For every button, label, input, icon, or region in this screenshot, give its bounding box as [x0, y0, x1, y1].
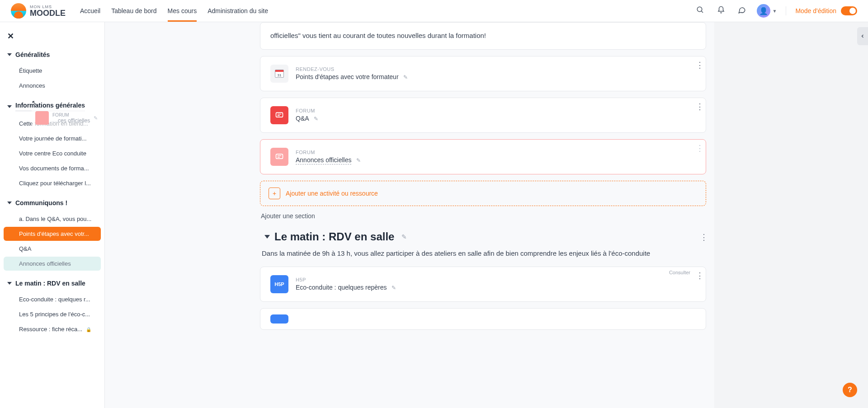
chevron-down-icon — [7, 105, 12, 108]
nav-home[interactable]: Accueil — [80, 0, 100, 22]
activity-card-h5p[interactable]: H5P H5P Eco-conduite : quelques repères … — [260, 267, 706, 302]
activity-name[interactable]: Points d'étapes avec votre formateur — [296, 73, 399, 80]
sidebar-section-generalites: Généralités Étiquette Annonces — [0, 45, 104, 95]
close-sidebar-button[interactable]: ✕ — [0, 28, 104, 45]
logo-icon — [11, 3, 26, 19]
chevron-down-icon — [7, 282, 12, 285]
add-activity-label: Ajouter une activité ou ressource — [286, 190, 378, 197]
sidebar-section-communiquons: Communiquons ! a. Dans le Q&A, vous pou.… — [0, 193, 104, 273]
activity-card-annonces[interactable]: FORUM Annonces officielles ✎ ⋮ — [260, 139, 706, 174]
section-title: Le matin : RDV en salle — [274, 230, 394, 243]
sidebar-item[interactable]: Vos documents de forma... — [4, 161, 101, 175]
sidebar-item[interactable]: Cette formation en blend... — [4, 117, 101, 131]
edit-pencil-icon[interactable]: ✎ — [314, 116, 318, 122]
search-icon[interactable] — [694, 4, 706, 18]
sidebar-item[interactable]: Annonces — [4, 79, 101, 93]
svg-line-1 — [702, 11, 703, 13]
sidebar-heading-label: Généralités — [15, 51, 50, 58]
sidebar-item[interactable]: Q&A — [4, 242, 101, 256]
chevron-down-icon: ▼ — [772, 9, 777, 14]
sidebar-heading-label: Informations générales — [15, 102, 85, 111]
logo[interactable]: MON LMS MOODLE — [11, 3, 66, 19]
more-menu-icon[interactable]: ⋮ — [696, 143, 704, 153]
activity-type: FORUM — [296, 108, 318, 113]
chevron-down-icon[interactable] — [264, 235, 270, 239]
forum-icon — [270, 148, 288, 166]
edit-mode-label: Mode d'édition — [795, 7, 836, 14]
more-menu-icon[interactable]: ⋮ — [700, 232, 708, 242]
activity-name[interactable]: Eco-conduite : quelques repères — [296, 284, 387, 291]
activity-name[interactable]: Annonces officielles — [296, 156, 351, 164]
logo-text: MON LMS MOODLE — [30, 5, 66, 17]
activity-type: RENDEZ-VOUS — [296, 66, 408, 72]
sidebar-heading[interactable]: Informations générales — [0, 97, 104, 116]
sidebar-item-active[interactable]: Points d'étapes avec votr... — [4, 227, 101, 241]
activity-card-scheduler[interactable]: RENDEZ-VOUS Points d'étapes avec votre f… — [260, 56, 706, 91]
edit-pencil-icon[interactable]: ✎ — [356, 157, 361, 164]
nav-my-courses[interactable]: Mes cours — [168, 0, 197, 22]
sidebar-heading[interactable]: Le matin : RDV en salle — [0, 275, 104, 291]
edit-mode-toggle[interactable]: Mode d'édition — [786, 6, 857, 15]
activity-card-qa[interactable]: FORUM Q&A ✎ ⋮ — [260, 98, 706, 133]
activity-card-partial[interactable] — [260, 308, 706, 330]
sidebar-item[interactable]: Ressource : fiche réca... 🔒 — [4, 322, 101, 336]
sidebar-item[interactable]: a. Dans le Q&A, vous pou... — [4, 212, 101, 226]
svg-rect-2 — [276, 113, 283, 117]
chat-icon[interactable] — [736, 4, 748, 18]
add-activity-button[interactable]: + Ajouter une activité ou ressource — [260, 181, 706, 206]
sidebar-item[interactable]: Étiquette — [4, 64, 101, 78]
course-content: officielles" vous tient au courant de to… — [252, 22, 714, 408]
edit-pencil-icon[interactable]: ✎ — [403, 74, 408, 80]
edit-pencil-icon[interactable]: ✎ — [392, 285, 396, 291]
sidebar-item[interactable]: Eco-conduite : quelques r... — [4, 292, 101, 306]
course-index-sidebar: ✕ FORUM …ces officielles ✎ ↖ Généralités… — [0, 22, 105, 408]
avatar: 👤 — [757, 4, 770, 18]
activity-type: H5P — [296, 277, 396, 282]
drawer-toggle[interactable] — [857, 27, 868, 45]
section-description: Dans la matinée de 9h à 13 h, vous allez… — [262, 249, 704, 259]
h5p-icon — [270, 314, 288, 324]
chevron-down-icon — [7, 53, 12, 56]
toggle-switch[interactable] — [841, 6, 857, 15]
add-section-link[interactable]: Ajouter une section — [261, 212, 706, 220]
sidebar-heading-label: Communiquons ! — [15, 199, 67, 206]
sidebar-item-dragging[interactable]: Annonces officielles — [4, 257, 101, 271]
activity-type: FORUM — [296, 150, 361, 155]
chevron-down-icon — [7, 202, 12, 204]
sidebar-section-info: Informations générales Cette formation e… — [0, 95, 104, 193]
left-gutter — [105, 22, 252, 408]
sidebar-item[interactable]: Votre centre Eco conduite — [4, 146, 101, 160]
help-fab[interactable]: ? — [843, 383, 857, 397]
sidebar-heading[interactable]: Généralités — [0, 47, 104, 63]
intro-text: officielles" vous tient au courant de to… — [270, 31, 696, 41]
intro-card: officielles" vous tient au courant de to… — [260, 22, 706, 50]
consulter-badge[interactable]: Consulter — [669, 270, 690, 275]
section-header: Le matin : RDV en salle ✎ ⋮ — [264, 230, 706, 243]
activity-name[interactable]: Q&A — [296, 115, 309, 122]
sidebar-section-matin: Le matin : RDV en salle Eco-conduite : q… — [0, 273, 104, 339]
main-layout: ✕ FORUM …ces officielles ✎ ↖ Généralités… — [0, 22, 868, 408]
lock-icon: 🔒 — [86, 327, 91, 332]
forum-icon — [270, 106, 288, 124]
svg-rect-3 — [276, 154, 283, 159]
calendar-icon — [270, 65, 288, 83]
sidebar-item[interactable]: Cliquez pour télécharger l... — [4, 176, 101, 190]
sidebar-item-label: Ressource : fiche réca... — [19, 326, 82, 333]
sidebar-item[interactable]: Votre journée de formati... — [4, 131, 101, 145]
right-gutter — [714, 22, 868, 408]
more-menu-icon[interactable]: ⋮ — [696, 271, 704, 281]
svg-point-0 — [698, 7, 703, 12]
user-menu[interactable]: 👤 ▼ — [757, 4, 777, 18]
more-menu-icon[interactable]: ⋮ — [696, 60, 704, 70]
sidebar-heading[interactable]: Communiquons ! — [0, 195, 104, 211]
bell-icon[interactable] — [715, 4, 727, 18]
nav-site-admin[interactable]: Administration du site — [208, 0, 268, 22]
header-actions: 👤 ▼ Mode d'édition — [694, 4, 857, 18]
more-menu-icon[interactable]: ⋮ — [696, 102, 704, 112]
edit-pencil-icon[interactable]: ✎ — [401, 233, 407, 240]
plus-icon: + — [269, 188, 280, 199]
sidebar-item[interactable]: Les 5 principes de l'éco-c... — [4, 307, 101, 321]
app-header: MON LMS MOODLE Accueil Tableau de bord M… — [0, 0, 868, 22]
nav-dashboard[interactable]: Tableau de bord — [111, 0, 156, 22]
primary-nav: Accueil Tableau de bord Mes cours Admini… — [80, 0, 268, 22]
